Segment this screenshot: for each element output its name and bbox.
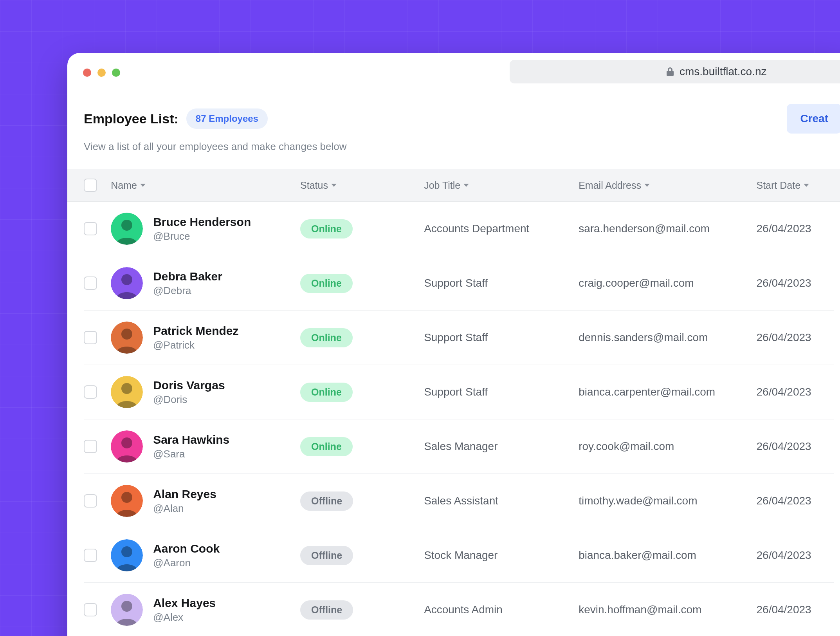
employee-name: Doris Vargas [153,379,225,392]
email-address: roy.cook@mail.com [579,440,756,453]
job-title: Sales Manager [424,440,579,453]
employee-handle: @Doris [153,394,225,406]
sort-caret-icon [463,184,469,187]
employee-handle: @Debra [153,285,222,297]
svg-point-7 [121,383,132,394]
sort-caret-icon [804,184,809,187]
employee-handle: @Aaron [153,557,220,569]
sort-caret-icon [140,184,146,187]
start-date: 26/04/2023 [756,440,834,453]
avatar [111,267,143,299]
row-checkbox[interactable] [84,603,97,616]
lock-icon [666,67,674,76]
employee-handle: @Sara [153,448,229,460]
email-address: sara.henderson@mail.com [579,222,756,235]
avatar [111,322,143,354]
status-badge: Online [300,383,353,402]
status-badge: Online [300,437,353,456]
start-date: 26/04/2023 [756,222,834,235]
avatar [111,430,143,463]
column-header-label: Email Address [579,180,641,191]
column-header-status[interactable]: Status [300,180,424,191]
employee-name: Debra Baker [153,270,222,283]
email-address: craig.cooper@mail.com [579,277,756,289]
svg-point-1 [121,220,132,231]
status-badge: Online [300,219,353,238]
column-header-label: Start Date [756,180,800,191]
page-header: Employee List: 87 Employees Creat View a… [67,92,840,169]
svg-point-9 [121,437,132,448]
select-all-checkbox[interactable] [84,179,97,192]
avatar [111,594,143,626]
table-row[interactable]: Debra Baker @Debra Online Support Staff … [84,256,834,311]
job-title: Sales Assistant [424,495,579,507]
employee-name: Alex Hayes [153,596,216,610]
svg-point-3 [121,274,132,285]
table-body: Bruce Henderson @Bruce Online Accounts D… [67,202,840,636]
table-row[interactable]: Aaron Cook @Aaron Offline Stock Manager … [84,528,834,583]
employee-handle: @Alan [153,502,216,515]
start-date: 26/04/2023 [756,386,834,398]
table-row[interactable]: Patrick Mendez @Patrick Online Support S… [84,311,834,365]
job-title: Support Staff [424,277,579,289]
column-header-label: Job Title [424,180,460,191]
create-button[interactable]: Creat [787,104,840,134]
column-header-label: Name [111,180,137,191]
avatar [111,376,143,408]
table-row[interactable]: Doris Vargas @Doris Online Support Staff… [84,365,834,419]
job-title: Stock Manager [424,549,579,562]
row-checkbox[interactable] [84,440,97,453]
svg-point-5 [121,329,132,340]
employee-name: Aaron Cook [153,542,220,555]
minimize-icon[interactable] [97,69,106,77]
sort-caret-icon [331,184,337,187]
status-badge: Offline [300,546,353,565]
row-checkbox[interactable] [84,549,97,562]
table-row[interactable]: Alex Hayes @Alex Offline Accounts Admin … [84,583,834,636]
employee-name: Patrick Mendez [153,324,238,338]
column-header-start[interactable]: Start Date [756,180,834,191]
table-row[interactable]: Bruce Henderson @Bruce Online Accounts D… [84,202,834,256]
employee-handle: @Patrick [153,339,238,351]
start-date: 26/04/2023 [756,603,834,616]
row-checkbox[interactable] [84,494,97,508]
status-badge: Offline [300,600,353,620]
maximize-icon[interactable] [112,69,120,77]
close-icon[interactable] [83,69,91,77]
start-date: 26/04/2023 [756,331,834,344]
email-address: timothy.wade@mail.com [579,495,756,507]
row-checkbox[interactable] [84,385,97,399]
job-title: Accounts Department [424,222,579,235]
row-checkbox[interactable] [84,331,97,344]
sort-caret-icon [644,184,650,187]
table-row[interactable]: Sara Hawkins @Sara Online Sales Manager … [84,419,834,474]
column-header-email[interactable]: Email Address [579,180,756,191]
employee-name: Sara Hawkins [153,433,229,446]
address-bar[interactable]: cms.builtflat.co.nz [510,60,840,83]
job-title: Accounts Admin [424,603,579,616]
job-title: Support Staff [424,386,579,398]
row-checkbox[interactable] [84,222,97,235]
window-titlebar: cms.builtflat.co.nz [67,53,840,92]
start-date: 26/04/2023 [756,277,834,289]
employee-count-badge: 87 Employees [186,108,268,129]
email-address: bianca.carpenter@mail.com [579,386,756,398]
svg-point-13 [121,546,132,557]
page-title: Employee List: [84,111,178,126]
svg-point-15 [121,601,132,612]
app-window: cms.builtflat.co.nz Employee List: 87 Em… [67,53,840,636]
avatar [111,485,143,517]
column-header-job[interactable]: Job Title [424,180,579,191]
row-checkbox[interactable] [84,276,97,290]
employee-handle: @Alex [153,611,216,623]
email-address: kevin.hoffman@mail.com [579,603,756,616]
employee-handle: @Bruce [153,230,251,242]
employee-name: Alan Reyes [153,488,216,501]
svg-point-11 [121,492,132,503]
avatar [111,539,143,571]
status-badge: Offline [300,491,353,511]
column-header-name[interactable]: Name [111,180,300,191]
page-subtitle: View a list of all your employees and ma… [84,141,834,153]
table-row[interactable]: Alan Reyes @Alan Offline Sales Assistant… [84,474,834,528]
start-date: 26/04/2023 [756,549,834,562]
